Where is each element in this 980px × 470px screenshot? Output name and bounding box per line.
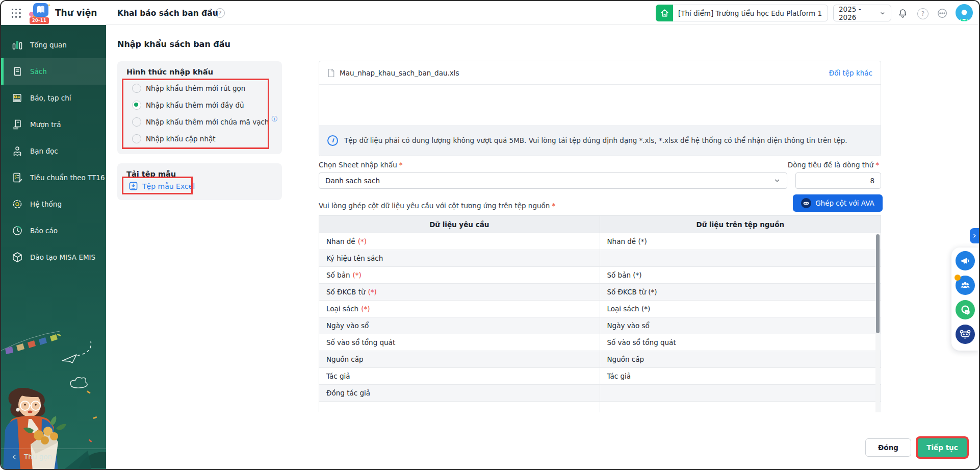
user-avatar[interactable] [956, 4, 973, 21]
sidebar-item-book[interactable]: Sách [1, 58, 106, 85]
required-field-cell: Số bản(*) [319, 267, 600, 283]
sidebar-item-checklist[interactable]: Tiêu chuẩn theo TT16 [1, 164, 106, 191]
required-field-cell: Tác giả [319, 368, 600, 384]
required-mark: (*) [361, 305, 370, 313]
mapping-table: Dữ liệu yêu cầu Dữ liệu trên tệp nguồn N… [319, 215, 881, 412]
radio-icon[interactable] [132, 84, 141, 93]
logo-date-badge: 20-11 [30, 17, 49, 24]
template-excel-link[interactable]: Tệp mẫu Excel [128, 181, 195, 191]
required-mark: (*) [358, 237, 367, 245]
table-row[interactable]: Ký hiệu tên sách [319, 250, 881, 267]
newspaper-icon [11, 91, 24, 105]
sidebar-item-gear[interactable]: Hệ thống [1, 191, 106, 217]
continue-button[interactable]: Tiếp tục [918, 438, 967, 457]
sidebar-item-cube[interactable]: Đào tạo MISA EMIS [1, 244, 106, 270]
school-year-select[interactable]: 2025 - 2026 [833, 5, 891, 21]
sidebar-item-label: Tiêu chuẩn theo TT16 [30, 174, 105, 182]
help-icon[interactable]: ? [917, 8, 929, 19]
sidebar-item-label: Báo cáo [30, 227, 58, 235]
source-field-cell[interactable] [600, 385, 881, 401]
source-field-cell[interactable]: Nhan đề (*) [600, 233, 881, 250]
home-icon [656, 5, 673, 21]
mapping-table-header: Dữ liệu yêu cầu Dữ liệu trên tệp nguồn [319, 216, 881, 233]
source-field-cell[interactable] [600, 250, 881, 266]
sidebar-item-label: Tổng quan [30, 41, 67, 49]
quick-access-panel [951, 248, 979, 351]
required-field-cell: Loại sách(*) [319, 301, 600, 317]
source-field-cell[interactable]: Tác giả [600, 368, 881, 384]
sidebar-item-bar-chart[interactable]: Tổng quan [1, 32, 106, 58]
required-field-cell: Đồng tác giả [319, 385, 600, 401]
download-icon [128, 181, 138, 191]
table-row[interactable]: Ngày vào sổ Ngày vào sổ [319, 317, 881, 334]
ava-bot-icon [801, 198, 811, 208]
community-icon[interactable] [956, 276, 975, 295]
app-logo[interactable]: 20-11 [28, 2, 51, 24]
more-options-icon[interactable] [937, 8, 948, 19]
sidebar-item-report-clock[interactable]: Báo cáo [1, 217, 106, 244]
source-field-cell[interactable]: Số bản (*) [600, 267, 881, 283]
source-field-cell[interactable]: Số vào sổ tổng quát [600, 334, 881, 351]
radio-option-0[interactable]: Nhập khẩu thêm mới rút gọn [117, 80, 282, 96]
notifications-bell-icon[interactable] [897, 8, 908, 19]
radio-icon[interactable] [132, 117, 141, 127]
source-field-cell[interactable]: Số ĐKCB từ (*) [600, 284, 881, 300]
chat-icon[interactable] [956, 300, 975, 319]
sidebar: Tổng quan Sách Báo, tạp chí Mượn trả Bạn… [1, 25, 106, 470]
app-window: 20-11 Thư viện Khai báo sách ban đầu ? [… [0, 0, 980, 470]
radio-icon[interactable] [132, 134, 141, 143]
template-title: Tải tệp mẫu [117, 163, 282, 178]
required-field-cell: Ngày vào sổ [319, 317, 600, 334]
table-row[interactable]: Nhan đề(*) Nhan đề (*) [319, 233, 881, 250]
radio-icon[interactable] [132, 101, 141, 110]
school-selector[interactable]: [Thí điểm] Trường tiểu học Edu Platform … [656, 5, 828, 21]
table-row[interactable]: Nguồn cấp Nguồn cấp [319, 351, 881, 368]
ava-map-button[interactable]: Ghép cột với AVA [793, 194, 883, 212]
megaphone-icon[interactable] [956, 251, 975, 270]
change-file-link[interactable]: Đổi tệp khác [829, 69, 872, 77]
header-row-input[interactable] [795, 172, 881, 189]
radio-option-1[interactable]: Nhập khẩu thêm mới đầy đủ [117, 96, 282, 113]
scrollbar-thumb[interactable] [876, 234, 880, 333]
table-row[interactable]: Số vào sổ tổng quát Số vào sổ tổng quát [319, 334, 881, 351]
uploaded-file-name: Mau_nhap_khau_sach_ban_dau.xls [340, 69, 459, 77]
mapping-table-body: Nhan đề(*) Nhan đề (*)Ký hiệu tên sách S… [319, 233, 881, 412]
sidebar-item-label: Bạn đọc [30, 147, 58, 155]
app-title: Thư viện [55, 8, 97, 18]
ava-bot-icon[interactable] [956, 325, 975, 344]
sheet-select[interactable]: Danh sach sach [319, 172, 787, 189]
uploaded-file-row: Mau_nhap_khau_sach_ban_dau.xls Đổi tệp k… [319, 61, 881, 85]
source-field-cell[interactable]: Nguồn cấp [600, 351, 881, 367]
table-row[interactable]: Tác giả Tác giả [319, 368, 881, 385]
app-grid-icon[interactable] [12, 9, 21, 18]
sidebar-item-newspaper[interactable]: Báo, tạp chí [1, 85, 106, 111]
radio-option-2[interactable]: Nhập khẩu thêm mới chứa mã vạchⓘ [117, 113, 282, 130]
page-heading: Nhập khẩu sách ban đầu [117, 39, 230, 49]
close-button[interactable]: Đóng [865, 438, 911, 457]
radio-option-3[interactable]: Nhập khẩu cập nhật [117, 130, 282, 147]
page-help-icon[interactable]: ? [215, 8, 225, 18]
source-field-cell[interactable]: Ngày vào sổ [600, 317, 881, 334]
table-row[interactable]: Loại sách(*) Loại sách (*) [319, 301, 881, 317]
info-icon: i [327, 135, 338, 146]
chevron-right-icon [972, 233, 977, 238]
header-row-label: Dòng tiêu đề là dòng thứ* [788, 161, 879, 169]
sidebar-item-borrow-return[interactable]: Mượn trả [1, 111, 106, 138]
table-scrollbar[interactable] [875, 234, 880, 412]
template-excel-label: Tệp mẫu Excel [142, 182, 195, 190]
table-row-partial [319, 402, 881, 412]
template-panel: Tải tệp mẫu Tệp mẫu Excel [117, 163, 282, 200]
ava-map-label: Ghép cột với AVA [815, 199, 874, 207]
file-upload-card: Mau_nhap_khau_sach_ban_dau.xls Đổi tệp k… [319, 61, 881, 156]
sidebar-collapse-button[interactable]: Thu gọn [1, 449, 106, 464]
table-row[interactable]: Đồng tác giả [319, 385, 881, 402]
sidebar-item-reader[interactable]: Bạn đọc [1, 138, 106, 164]
table-row[interactable]: Số bản(*) Số bản (*) [319, 267, 881, 284]
table-row[interactable]: Số ĐKCB từ(*) Số ĐKCB từ (*) [319, 284, 881, 301]
chevron-left-icon [11, 454, 18, 460]
expand-widgets-tab[interactable] [970, 228, 979, 243]
sidebar-collapse-label: Thu gọn [24, 453, 52, 461]
source-field-cell[interactable]: Loại sách (*) [600, 301, 881, 317]
file-drop-zone[interactable] [319, 85, 881, 125]
info-icon[interactable]: ⓘ [271, 115, 277, 123]
